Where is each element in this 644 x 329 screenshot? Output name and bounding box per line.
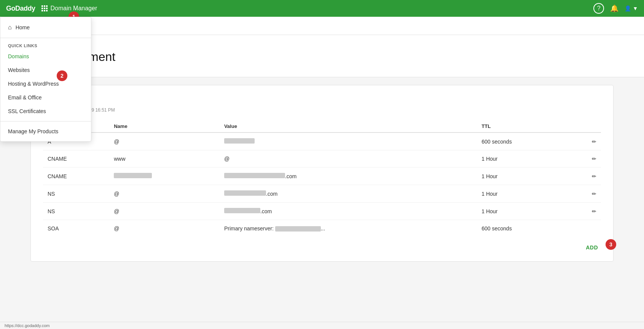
add-row: ADD 3	[43, 237, 601, 252]
blurred-value	[224, 190, 266, 196]
help-icon[interactable]: ?	[593, 3, 604, 14]
blurred-value	[275, 226, 321, 232]
home-icon: ⌂	[8, 24, 12, 31]
record-name	[109, 168, 220, 185]
col-name: Name	[109, 120, 220, 133]
record-type: NS	[43, 185, 109, 203]
record-value: .com	[220, 168, 477, 185]
record-ttl: 1 Hour	[477, 150, 569, 168]
record-name: @	[109, 133, 220, 150]
step-badge-2: 2	[57, 70, 67, 81]
table-row: A @ 600 seconds ✏	[43, 133, 601, 150]
dropdown-home-label: Home	[16, 24, 30, 30]
record-name: www	[109, 150, 220, 168]
dropdown-divider-1	[0, 38, 91, 38]
page-title: DNS Management	[15, 50, 629, 64]
record-ttl: 1 Hour	[477, 203, 569, 220]
records-section: Records Last updated 23-05-2019 16:51 PM…	[30, 85, 614, 262]
gray-background: Records Last updated 23-05-2019 16:51 PM…	[0, 85, 644, 284]
blurred-value	[224, 208, 260, 213]
col-actions	[569, 120, 601, 133]
dropdown-item-manage[interactable]: Manage My Products	[0, 125, 91, 138]
dropdown-menu: ⌂ Home QUICK LINKS Domains 2 Websites Ho…	[0, 17, 91, 142]
edit-button[interactable]: ✏	[569, 168, 601, 185]
add-record-button[interactable]: ADD	[583, 243, 601, 252]
record-value: .com	[220, 185, 477, 203]
record-name: @	[109, 220, 220, 237]
dropdown-section-label: QUICK LINKS	[0, 41, 91, 50]
col-value: Value	[220, 120, 477, 133]
blurred-name	[114, 173, 152, 178]
edit-button[interactable]: ✏	[569, 133, 601, 150]
record-type: SOA	[43, 220, 109, 237]
user-menu[interactable]: 👤 ▼	[625, 5, 638, 11]
user-chevron: ▼	[633, 5, 638, 11]
record-ttl: 600 seconds	[477, 220, 569, 237]
edit-button[interactable]: ✏	[569, 203, 601, 220]
records-updated: Last updated 23-05-2019 16:51 PM	[43, 107, 601, 113]
record-value: Primary nameserver: ...	[220, 220, 477, 237]
record-ttl: 1 Hour	[477, 168, 569, 185]
step-badge-3: 3	[606, 239, 616, 250]
col-ttl: TTL	[477, 120, 569, 133]
table-row: SOA @ Primary nameserver: ... 600 second…	[43, 220, 601, 237]
dropdown-item-hosting[interactable]: Hosting & WordPress	[0, 77, 91, 91]
domain-manager-title: Domain Manager	[51, 5, 97, 12]
record-value	[220, 133, 477, 150]
record-value: @	[220, 150, 477, 168]
record-value: .com	[220, 203, 477, 220]
records-title: Records	[43, 94, 601, 104]
record-type: CNAME	[43, 150, 109, 168]
edit-button[interactable]: ✏	[569, 185, 601, 203]
edit-placeholder	[569, 220, 601, 237]
top-nav-right: ? 🔔 👤 ▼	[593, 3, 638, 14]
blurred-value	[224, 173, 285, 178]
apps-icon[interactable]	[41, 5, 48, 11]
table-row: NS @ .com 1 Hour ✏	[43, 203, 601, 220]
record-type: NS	[43, 203, 109, 220]
table-row: CNAME .com 1 Hour ✏	[43, 168, 601, 185]
table-row: CNAME www @ 1 Hour ✏	[43, 150, 601, 168]
godaddy-logo: GoDaddy	[6, 5, 35, 13]
record-name: @	[109, 203, 220, 220]
dropdown-item-websites[interactable]: Websites	[0, 63, 91, 77]
edit-button[interactable]: ✏	[569, 150, 601, 168]
record-ttl: 600 seconds	[477, 133, 569, 150]
dropdown-divider-2	[0, 121, 91, 121]
record-ttl: 1 Hour	[477, 185, 569, 203]
record-type: CNAME	[43, 168, 109, 185]
top-nav: GoDaddy 1 Domain Manager ? 🔔 👤 ▼	[0, 0, 644, 17]
page-header: My Domains DNS Management	[0, 35, 644, 77]
dropdown-item-email[interactable]: Email & Office	[0, 91, 91, 104]
bell-icon[interactable]: 🔔	[610, 4, 618, 13]
dns-table: Type Name Value TTL A @ 600 seconds ✏	[43, 120, 601, 237]
blurred-value	[224, 138, 255, 144]
breadcrumb[interactable]: My Domains	[15, 41, 629, 47]
record-name: @	[109, 185, 220, 203]
dropdown-home[interactable]: ⌂ Home	[0, 20, 91, 35]
table-row: NS @ .com 1 Hour ✏	[43, 185, 601, 203]
dropdown-item-domains[interactable]: Domains	[0, 50, 91, 63]
secondary-nav: DNS ▾ Settings ▾ Help ▾	[0, 17, 644, 35]
user-icon: 👤	[625, 5, 631, 11]
dropdown-item-ssl[interactable]: SSL Certificates	[0, 104, 91, 118]
